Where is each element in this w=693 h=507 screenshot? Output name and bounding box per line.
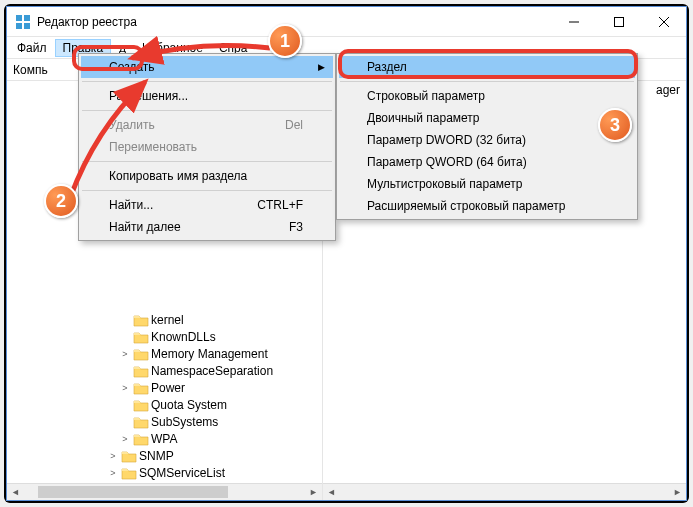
submenu-arrow-icon: ▶ bbox=[318, 62, 325, 72]
window-controls bbox=[551, 7, 686, 36]
expander-icon[interactable]: > bbox=[107, 451, 119, 461]
submenu-key[interactable]: Раздел bbox=[339, 56, 635, 78]
svg-rect-2 bbox=[16, 23, 22, 29]
submenu-key-label: Раздел bbox=[367, 60, 407, 74]
svg-rect-0 bbox=[16, 15, 22, 21]
tree-scrollbar-horizontal[interactable]: ◄ ► bbox=[7, 483, 322, 500]
submenu-expand-string[interactable]: Расширяемый строковый параметр bbox=[339, 195, 635, 217]
menu-find[interactable]: Найти... CTRL+F bbox=[81, 194, 333, 216]
svg-rect-1 bbox=[24, 15, 30, 21]
folder-icon bbox=[133, 330, 149, 344]
window-title: Редактор реестра bbox=[37, 15, 137, 29]
submenu-binary-label: Двоичный параметр bbox=[367, 111, 480, 125]
expander-icon[interactable]: > bbox=[119, 434, 131, 444]
tree-item-label: Memory Management bbox=[151, 347, 268, 361]
submenu-qword-label: Параметр QWORD (64 бита) bbox=[367, 155, 527, 169]
tree-item-label: WPA bbox=[151, 432, 177, 446]
folder-icon bbox=[133, 432, 149, 446]
tree-item-label: SQMServiceList bbox=[139, 466, 225, 480]
svg-rect-5 bbox=[614, 17, 623, 26]
menu-rename[interactable]: Переименовать bbox=[81, 136, 333, 158]
scroll-left-icon[interactable]: ◄ bbox=[323, 484, 340, 501]
menu-find-shortcut: CTRL+F bbox=[227, 198, 303, 212]
values-scrollbar-horizontal[interactable]: ◄ ► bbox=[323, 483, 686, 500]
submenu-string[interactable]: Строковый параметр bbox=[339, 85, 635, 107]
menu-delete-shortcut: Del bbox=[255, 118, 303, 132]
tree-item-label: Power bbox=[151, 381, 185, 395]
scroll-thumb[interactable] bbox=[38, 486, 228, 498]
menu-find-next-shortcut: F3 bbox=[259, 220, 303, 234]
folder-icon bbox=[133, 313, 149, 327]
tree-item[interactable]: >SQMServiceList bbox=[107, 464, 322, 481]
address-text: Компь bbox=[13, 63, 48, 77]
submenu-dword-label: Параметр DWORD (32 бита) bbox=[367, 133, 526, 147]
menu-create-label: Создать bbox=[109, 60, 155, 74]
close-button[interactable] bbox=[641, 7, 686, 36]
create-submenu: Раздел Строковый параметр Двоичный парам… bbox=[336, 53, 638, 220]
menu-copy-key-name-label: Копировать имя раздела bbox=[109, 169, 247, 183]
tree-item-label: kernel bbox=[151, 313, 184, 327]
annotation-badge-1: 1 bbox=[268, 24, 302, 58]
minimize-button[interactable] bbox=[551, 7, 596, 36]
folder-icon bbox=[133, 364, 149, 378]
edit-dropdown: Создать ▶ Разрешения... Удалить Del Пере… bbox=[78, 53, 336, 241]
folder-icon bbox=[133, 398, 149, 412]
folder-icon bbox=[121, 449, 137, 463]
tree-item[interactable]: KnownDLLs bbox=[107, 328, 322, 345]
menu-delete-label: Удалить bbox=[109, 118, 155, 132]
menu-delete[interactable]: Удалить Del bbox=[81, 114, 333, 136]
scroll-right-icon[interactable]: ► bbox=[305, 484, 322, 501]
tree-item[interactable]: >Memory Management bbox=[107, 345, 322, 362]
tree-item-label: Quota System bbox=[151, 398, 227, 412]
menu-permissions[interactable]: Разрешения... bbox=[81, 85, 333, 107]
tree-item[interactable]: kernel bbox=[107, 311, 322, 328]
tree-item-label: SubSystems bbox=[151, 415, 218, 429]
tree-item[interactable]: >Power bbox=[107, 379, 322, 396]
folder-icon bbox=[133, 415, 149, 429]
tree-item[interactable]: NamespaceSeparation bbox=[107, 362, 322, 379]
scroll-right-icon[interactable]: ► bbox=[669, 484, 686, 501]
menu-file[interactable]: Файл bbox=[9, 39, 55, 57]
menu-find-next-label: Найти далее bbox=[109, 220, 181, 234]
submenu-string-label: Строковый параметр bbox=[367, 89, 485, 103]
folder-icon bbox=[133, 347, 149, 361]
menu-rename-label: Переименовать bbox=[109, 140, 197, 154]
svg-rect-3 bbox=[24, 23, 30, 29]
tree-item[interactable]: >WPA bbox=[107, 430, 322, 447]
submenu-multi-string-label: Мультистроковый параметр bbox=[367, 177, 523, 191]
menu-separator bbox=[82, 161, 332, 162]
submenu-expand-string-label: Расширяемый строковый параметр bbox=[367, 199, 565, 213]
menu-permissions-label: Разрешения... bbox=[109, 89, 188, 103]
annotation-badge-2: 2 bbox=[44, 184, 78, 218]
maximize-button[interactable] bbox=[596, 7, 641, 36]
folder-icon bbox=[133, 381, 149, 395]
menu-find-next[interactable]: Найти далее F3 bbox=[81, 216, 333, 238]
column-header-fragment: ager bbox=[650, 81, 686, 99]
tree-item-label: NamespaceSeparation bbox=[151, 364, 273, 378]
tree-item[interactable]: >SNMP bbox=[107, 447, 322, 464]
menu-create[interactable]: Создать ▶ bbox=[81, 56, 333, 78]
submenu-qword[interactable]: Параметр QWORD (64 бита) bbox=[339, 151, 635, 173]
menu-copy-key-name[interactable]: Копировать имя раздела bbox=[81, 165, 333, 187]
folder-icon bbox=[121, 466, 137, 480]
menu-separator bbox=[82, 190, 332, 191]
expander-icon[interactable]: > bbox=[119, 349, 131, 359]
app-icon bbox=[15, 14, 31, 30]
submenu-binary[interactable]: Двоичный параметр bbox=[339, 107, 635, 129]
expander-icon[interactable]: > bbox=[119, 383, 131, 393]
menu-separator bbox=[82, 81, 332, 82]
expander-icon[interactable]: > bbox=[107, 468, 119, 478]
menu-separator bbox=[340, 81, 634, 82]
scroll-left-icon[interactable]: ◄ bbox=[7, 484, 24, 501]
titlebar: Редактор реестра bbox=[7, 7, 686, 37]
tree-item-label: SNMP bbox=[139, 449, 174, 463]
submenu-dword[interactable]: Параметр DWORD (32 бита) bbox=[339, 129, 635, 151]
menu-find-label: Найти... bbox=[109, 198, 153, 212]
tree-item-label: KnownDLLs bbox=[151, 330, 216, 344]
tree-item[interactable]: Quota System bbox=[107, 396, 322, 413]
tree-item[interactable]: SubSystems bbox=[107, 413, 322, 430]
annotation-badge-3: 3 bbox=[598, 108, 632, 142]
menu-separator bbox=[82, 110, 332, 111]
submenu-multi-string[interactable]: Мультистроковый параметр bbox=[339, 173, 635, 195]
